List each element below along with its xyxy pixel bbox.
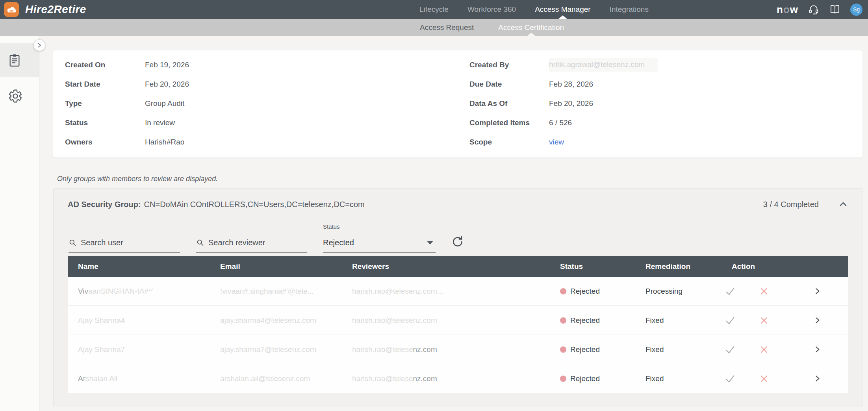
row-expand-button[interactable] <box>814 287 821 295</box>
x-icon <box>759 316 769 325</box>
scope-view-link[interactable]: view <box>549 138 564 146</box>
members-table: Name Email Reviewers Status Remediation … <box>68 256 848 393</box>
row-expand-button[interactable] <box>814 317 821 324</box>
status-filter-label: Status <box>323 223 340 230</box>
filters-row: Status Rejected <box>68 223 848 254</box>
reject-button[interactable] <box>759 316 769 325</box>
clipboard-icon <box>8 53 21 68</box>
user-avatar[interactable]: Sg <box>850 4 862 16</box>
group-collapse-button[interactable] <box>838 200 848 209</box>
approve-button[interactable] <box>725 344 736 355</box>
x-icon <box>759 287 769 296</box>
field-label: Type <box>65 99 145 108</box>
approve-button[interactable] <box>725 373 736 384</box>
chevron-up-icon <box>838 200 848 209</box>
cell-status: Rejected <box>555 345 637 354</box>
search-icon <box>196 239 204 247</box>
x-icon <box>759 374 769 383</box>
col-header-name: Name <box>68 262 210 271</box>
nav-item-integrations[interactable]: Integrations <box>610 0 649 19</box>
chevron-right-icon <box>814 346 821 353</box>
start-date-value: Feb 20, 2026 <box>145 80 189 89</box>
nav-item-label: Access Manager <box>535 5 591 14</box>
field-label: Created By <box>469 61 549 69</box>
chevron-right-icon <box>814 375 821 382</box>
status-value: In review <box>145 118 175 127</box>
search-reviewer-input[interactable] <box>208 238 307 247</box>
cell-reviewers: harish.rao@telesenz.com... <box>342 287 555 296</box>
tab-access-certification[interactable]: Access Certification <box>498 19 564 36</box>
col-header-email: Email <box>210 262 342 271</box>
active-tab-notch <box>527 33 536 36</box>
search-user-input[interactable] <box>81 238 180 247</box>
chevron-right-icon <box>814 317 821 324</box>
cell-remediation: Fixed <box>637 374 722 383</box>
details-left-column: Created OnFeb 19, 2026 Start DateFeb 20,… <box>65 55 189 152</box>
refresh-button[interactable] <box>451 235 465 249</box>
row-expand-button[interactable] <box>814 375 821 382</box>
search-icon <box>69 239 77 247</box>
primary-nav: Lifecycle Workforce 360 Access Manager I… <box>419 0 649 19</box>
reject-button[interactable] <box>759 345 769 354</box>
group-title-label: AD Security Group: <box>68 200 141 209</box>
hire2retire-logo-icon <box>4 2 19 17</box>
table-row: Ajay Sharma7 ajay.sharma7@telesenz.com h… <box>68 335 848 364</box>
groups-note: Only groups with members to review are d… <box>57 175 218 183</box>
field-label: Status <box>65 118 145 127</box>
table-row: Arshalan Ali arshalan.ali@telesenz.com h… <box>68 364 848 393</box>
cell-action <box>722 286 848 297</box>
field-label: Data As Of <box>469 99 549 108</box>
col-header-action: Action <box>722 262 848 271</box>
top-bar-actions: now Sg <box>777 0 862 19</box>
refresh-icon <box>451 235 464 248</box>
app-title: Hire2Retire <box>25 3 86 16</box>
group-title: AD Security Group:CN=DoMAin COntROLLERS,… <box>68 200 365 209</box>
check-icon <box>725 286 736 297</box>
cell-email: !vivaan#.singhania#'@tele... <box>210 287 342 296</box>
cell-reviewers: harish.rao@telesenz.com <box>342 316 555 325</box>
table-row: VivaanSINGHAN-IA#^' !vivaan#.singhania#'… <box>68 277 848 306</box>
cell-name: Arshalan Ali <box>68 374 210 383</box>
nav-item-lifecycle[interactable]: Lifecycle <box>419 0 449 19</box>
check-icon <box>725 344 736 355</box>
col-header-reviewers: Reviewers <box>342 262 555 271</box>
field-label: Created On <box>65 61 145 69</box>
row-expand-button[interactable] <box>814 346 821 353</box>
cell-name: Ajay Sharma4 <box>68 316 210 325</box>
app-window: Hire2Retire Lifecycle Workforce 360 Acce… <box>0 0 868 411</box>
secondary-nav: Access Request Access Certification <box>0 19 868 36</box>
chevron-right-icon <box>37 43 42 48</box>
group-header: AD Security Group:CN=DoMAin COntROLLERS,… <box>54 189 862 209</box>
nav-item-workforce-360[interactable]: Workforce 360 <box>467 0 516 19</box>
cell-email: arshalan.ali@telesenz.com <box>210 374 342 383</box>
x-icon <box>759 345 769 354</box>
rejected-dot-icon <box>560 288 566 294</box>
reject-button[interactable] <box>759 287 769 296</box>
top-bar: Hire2Retire Lifecycle Workforce 360 Acce… <box>0 0 868 19</box>
rejected-dot-icon <box>560 346 566 353</box>
sidebar-expand-button[interactable] <box>33 39 45 51</box>
tab-access-request[interactable]: Access Request <box>420 19 474 36</box>
nav-item-access-manager[interactable]: Access Manager <box>535 0 591 19</box>
approve-button[interactable] <box>725 286 736 297</box>
table-row: Ajay Sharma4 ajay.sharma4@telesenz.com h… <box>68 306 848 335</box>
field-label: Owners <box>65 138 145 146</box>
cell-name: VivaanSINGHAN-IA#^' <box>68 287 210 296</box>
book-icon[interactable] <box>829 4 841 15</box>
approve-button[interactable] <box>725 315 736 326</box>
headset-icon[interactable] <box>808 4 820 15</box>
status-filter-dropdown[interactable]: Rejected <box>323 233 436 253</box>
ad-security-group-panel: AD Security Group:CN=DoMAin COntROLLERS,… <box>53 188 862 407</box>
tab-label: Access Certification <box>498 23 564 32</box>
active-nav-notch <box>558 15 567 19</box>
reject-button[interactable] <box>759 374 769 383</box>
col-header-status: Status <box>555 262 637 271</box>
cell-email: ajay.sharma4@telesenz.com <box>210 316 342 325</box>
cell-remediation: Processing <box>637 287 722 296</box>
sidebar-item-settings[interactable] <box>0 83 39 109</box>
main-content: Created OnFeb 19, 2026 Start DateFeb 20,… <box>39 36 868 411</box>
sidebar-item-certifications[interactable] <box>0 43 39 77</box>
status-filter-value: Rejected <box>323 238 427 247</box>
check-icon <box>725 315 736 326</box>
cell-email: ajay.sharma7@telesenz.com <box>210 345 342 354</box>
